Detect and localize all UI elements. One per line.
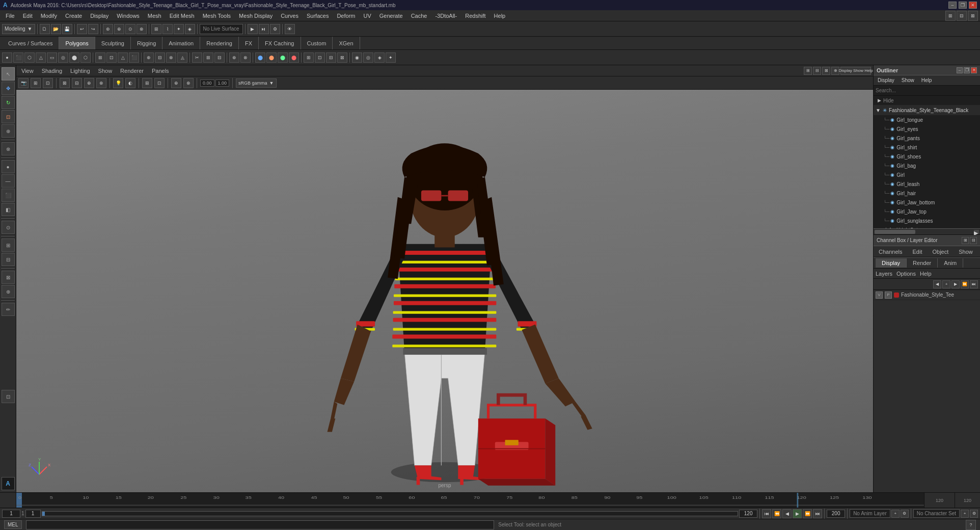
fill-hole-btn[interactable]: ⊗ bbox=[166, 52, 176, 63]
tree-item-girl-shirt[interactable]: └─ ◉ Girl_shirt bbox=[874, 143, 980, 152]
split-btn[interactable]: ⊗ bbox=[240, 52, 251, 63]
cb-tab-edit[interactable]: Edit bbox=[907, 247, 927, 256]
vp-menu-lighting[interactable]: Lighting bbox=[67, 67, 93, 75]
apply-color-btn[interactable]: ⬤ bbox=[266, 52, 277, 63]
step-back-btn[interactable]: ⏪ bbox=[772, 509, 781, 518]
layer-tab-render[interactable]: Render bbox=[907, 258, 938, 268]
outliner-hscroll-thumb[interactable] bbox=[875, 230, 915, 234]
new-file-btn[interactable]: 🗋 bbox=[40, 24, 50, 34]
uv-snap-btn[interactable]: ⊟ bbox=[326, 52, 336, 63]
layer-p-btn[interactable]: P bbox=[885, 292, 892, 299]
paint-select-btn[interactable]: ⊗ bbox=[137, 24, 147, 34]
range-slider[interactable] bbox=[42, 511, 739, 516]
panel-btn[interactable]: ⊡ bbox=[2, 390, 15, 403]
feedback-icon[interactable]: ? bbox=[966, 520, 976, 530]
rotate-tool-btn[interactable]: ↻ bbox=[2, 96, 15, 109]
heads-up-btn[interactable]: ⊡ bbox=[154, 78, 165, 88]
tree-item-girl-eyes[interactable]: └─ ◉ Girl_eyes bbox=[874, 124, 980, 134]
vp-menu-shading[interactable]: Shading bbox=[39, 67, 65, 75]
menu-3dtoall[interactable]: -3DtoAll- bbox=[431, 12, 460, 20]
menu-display[interactable]: Display bbox=[87, 12, 112, 20]
menu-mesh-display[interactable]: Mesh Display bbox=[235, 12, 276, 20]
snap-magnet-btn[interactable]: ⊙ bbox=[2, 221, 15, 234]
title-bar-controls[interactable]: – ❐ ✕ bbox=[948, 2, 977, 9]
layer-prev-btn[interactable]: ◀ bbox=[933, 280, 941, 288]
ipr2-btn[interactable]: ⊕ bbox=[2, 285, 15, 298]
mel-label[interactable]: MEL bbox=[4, 520, 22, 529]
poly-platonic-btn[interactable]: ⬡ bbox=[80, 52, 91, 63]
playback-end-input[interactable] bbox=[739, 510, 757, 518]
workspace-dropdown[interactable]: Modeling ▼ bbox=[2, 24, 35, 34]
tree-item-girl-jaw-bottom[interactable]: └─ ◉ Girl_Jaw_bottom bbox=[874, 198, 980, 207]
move-tool-btn[interactable]: ✥ bbox=[2, 82, 15, 95]
smooth-shade-btn[interactable]: ⊟ bbox=[72, 78, 82, 88]
restore-button[interactable]: ❐ bbox=[959, 2, 967, 9]
anim-end-input[interactable] bbox=[827, 510, 845, 518]
menu-uv[interactable]: UV bbox=[360, 12, 374, 20]
lights-btn[interactable]: 💡 bbox=[113, 78, 123, 88]
vp-menu-panels[interactable]: Panels bbox=[149, 67, 172, 75]
comp-face-btn[interactable]: ⬛ bbox=[2, 189, 15, 202]
display-hide-btn[interactable]: ◎ bbox=[363, 52, 373, 63]
anim-layer-btn[interactable]: + bbox=[891, 510, 900, 518]
tree-item-girl-leash[interactable]: └─ ◉ Girl_leash bbox=[874, 179, 980, 189]
display-show-help-btn[interactable]: Display Show Help bbox=[840, 67, 871, 75]
bridge-btn[interactable]: ⊟ bbox=[155, 52, 165, 63]
menu-mesh[interactable]: Mesh bbox=[144, 12, 165, 20]
top-right-icon3[interactable]: ⊠ bbox=[968, 11, 978, 21]
extrude-btn[interactable]: ⊕ bbox=[144, 52, 154, 63]
tab-rendering[interactable]: Rendering bbox=[200, 37, 239, 49]
outliner-window-controls[interactable]: – ❐ ✕ bbox=[957, 67, 977, 73]
render-btn[interactable]: ⊠ bbox=[2, 271, 15, 284]
menu-curves[interactable]: Curves bbox=[277, 12, 302, 20]
tree-item-girl-bag[interactable]: └─ ◉ Girl_bag bbox=[874, 161, 980, 170]
render-view-btn[interactable]: ▶ bbox=[248, 24, 258, 34]
snap-to-grid-btn[interactable]: ⊞ bbox=[151, 24, 161, 34]
outliner-minimize-btn[interactable]: – bbox=[957, 67, 963, 73]
select-by-type-btn[interactable]: ⊕ bbox=[114, 24, 124, 34]
outliner-scroll-right[interactable]: ▶ bbox=[974, 230, 979, 234]
outliner-menu-show[interactable]: Show bbox=[900, 77, 916, 83]
maya-logo-btn[interactable]: A bbox=[2, 477, 15, 490]
poly-torus-btn[interactable]: ◎ bbox=[58, 52, 68, 63]
tab-polygons[interactable]: Polygons bbox=[59, 37, 95, 49]
tab-xgen[interactable]: XGen bbox=[333, 37, 360, 49]
layer-row-fashionable[interactable]: V P Fashionable_Style_Tee bbox=[874, 290, 980, 300]
playback-start-input[interactable] bbox=[25, 510, 41, 518]
display-show-btn[interactable]: ◉ bbox=[352, 52, 362, 63]
vp-menu-renderer[interactable]: Renderer bbox=[117, 67, 147, 75]
menu-cache[interactable]: Cache bbox=[407, 12, 431, 20]
poly-sphere-btn[interactable]: ● bbox=[2, 52, 12, 63]
comp-uv-btn[interactable]: ◧ bbox=[2, 203, 15, 216]
tab-sculpting[interactable]: Sculpting bbox=[95, 37, 131, 49]
triangulate-btn[interactable]: △ bbox=[118, 52, 128, 63]
tab-curves-surfaces[interactable]: Curves / Surfaces bbox=[2, 37, 59, 49]
texture-btn[interactable]: ⊗ bbox=[96, 78, 106, 88]
go-to-end-btn[interactable]: ⏭ bbox=[813, 509, 822, 518]
poly-disk-btn[interactable]: ⬤ bbox=[69, 52, 79, 63]
wireframe-btn[interactable]: ⊠ bbox=[60, 78, 70, 88]
comp-edge-btn[interactable]: — bbox=[2, 174, 15, 188]
menu-help[interactable]: Help bbox=[491, 12, 509, 20]
outliner-restore-btn[interactable]: ❐ bbox=[964, 67, 970, 73]
poly-cylinder-btn[interactable]: ⬡ bbox=[24, 52, 35, 63]
menu-windows[interactable]: Windows bbox=[113, 12, 143, 20]
uv-editor-btn[interactable]: ⊞ bbox=[304, 52, 314, 63]
tree-item-girl-pants[interactable]: └─ ◉ Girl_pants bbox=[874, 134, 980, 143]
tab-fx-caching[interactable]: FX Caching bbox=[259, 37, 301, 49]
persp-cam-btn[interactable]: 📷 bbox=[18, 78, 29, 88]
show-hide-btn[interactable]: 👁 bbox=[285, 24, 295, 34]
open-file-btn[interactable]: 📂 bbox=[51, 24, 61, 34]
menu-deform[interactable]: Deform bbox=[333, 12, 359, 20]
poly-plane-btn[interactable]: ▭ bbox=[47, 52, 57, 63]
cb-tab-channels[interactable]: Channels bbox=[874, 247, 907, 256]
paint-vert-btn[interactable]: ⬤ bbox=[278, 52, 288, 63]
vp-menu-view[interactable]: View bbox=[18, 67, 37, 75]
tree-item-girl-shoes[interactable]: └─ ◉ Girl_shoes bbox=[874, 152, 980, 161]
vp-menu-show[interactable]: Show bbox=[95, 67, 116, 75]
vp-icon2[interactable]: ⊟ bbox=[813, 67, 821, 75]
tab-rigging[interactable]: Rigging bbox=[131, 37, 162, 49]
uv-set-btn[interactable]: ⊡ bbox=[315, 52, 325, 63]
minimize-button[interactable]: – bbox=[948, 2, 957, 9]
color-set-btn[interactable]: ⬤ bbox=[289, 52, 299, 63]
